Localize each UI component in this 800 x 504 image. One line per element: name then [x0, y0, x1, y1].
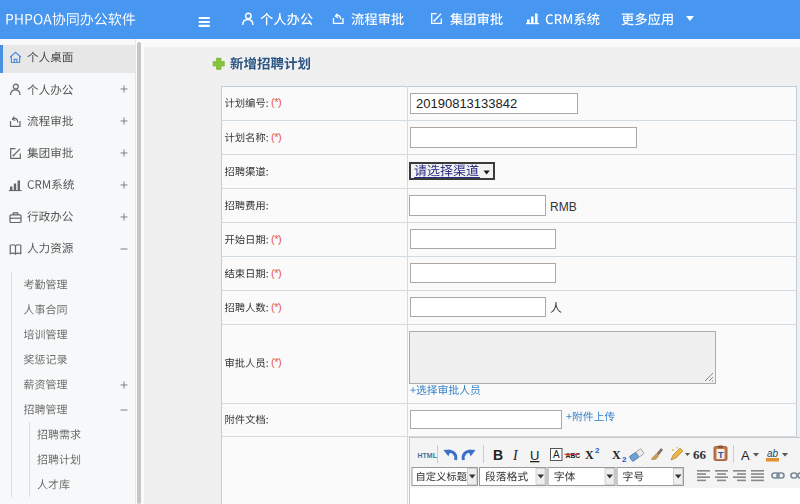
svg-text:T: T [718, 450, 724, 460]
svg-text:U: U [530, 448, 539, 463]
svg-text:ab: ab [767, 448, 779, 459]
svg-text:66: 66 [693, 447, 707, 462]
svg-text:ABC: ABC [566, 452, 581, 459]
svg-text:A: A [553, 449, 560, 460]
svg-text:X: X [585, 448, 594, 462]
svg-text:I: I [512, 448, 519, 463]
svg-text:X: X [612, 448, 621, 462]
svg-text:B: B [493, 447, 503, 463]
svg-text:2: 2 [595, 446, 600, 455]
svg-text:HTML: HTML [418, 452, 438, 459]
svg-text:A: A [741, 448, 750, 463]
svg-text:2: 2 [622, 455, 627, 464]
